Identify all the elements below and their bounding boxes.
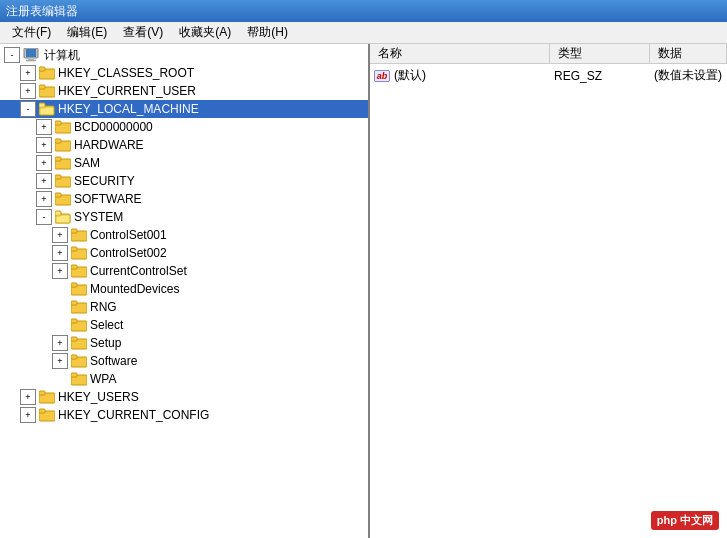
svg-rect-33	[71, 301, 77, 305]
folder-open-icon	[39, 102, 55, 116]
main-content: -计算机+HKEY_CLASSES_ROOT+HKEY_CURRENT_USER…	[0, 44, 727, 538]
tree-node-software[interactable]: +SOFTWARE	[0, 190, 368, 208]
watermark: php 中文网	[651, 511, 719, 530]
expander-spacer-select	[52, 317, 68, 333]
expander-hkcc[interactable]: +	[20, 407, 36, 423]
tree-node-wpa[interactable]: WPA	[0, 370, 368, 388]
svg-rect-29	[71, 265, 77, 269]
expander-spacer-rng	[52, 299, 68, 315]
tree-node-label-system: SYSTEM	[74, 210, 123, 224]
tree-node-rng[interactable]: RNG	[0, 298, 368, 316]
registry-value-type: REG_SZ	[554, 69, 654, 83]
tree-node-hkcr[interactable]: +HKEY_CLASSES_ROOT	[0, 64, 368, 82]
tree-node-setup[interactable]: +Setup	[0, 334, 368, 352]
folder-closed-icon	[71, 318, 87, 332]
col-header-name: 名称	[370, 44, 550, 63]
tree-node-system[interactable]: -SYSTEM	[0, 208, 368, 226]
menu-view[interactable]: 查看(V)	[115, 22, 171, 43]
expander-computer[interactable]: -	[4, 47, 20, 63]
svg-rect-1	[26, 49, 36, 57]
expander-spacer-wpa	[52, 371, 68, 387]
folder-closed-icon	[71, 228, 87, 242]
svg-rect-35	[71, 319, 77, 323]
tree-node-label-hkcc: HKEY_CURRENT_CONFIG	[58, 408, 209, 422]
tree-node-currentcontrolset[interactable]: +CurrentControlSet	[0, 262, 368, 280]
svg-rect-18	[55, 175, 61, 179]
svg-rect-39	[71, 355, 77, 359]
tree-node-sam[interactable]: +SAM	[0, 154, 368, 172]
tree-node-label-controlset001: ControlSet001	[90, 228, 167, 242]
tree-node-label-hkcr: HKEY_CLASSES_ROOT	[58, 66, 194, 80]
tree-node-bcd[interactable]: +BCD00000000	[0, 118, 368, 136]
expander-sam[interactable]: +	[36, 155, 52, 171]
svg-rect-12	[55, 121, 61, 125]
tree-node-label-controlset002: ControlSet002	[90, 246, 167, 260]
tree-node-hku[interactable]: +HKEY_USERS	[0, 388, 368, 406]
folder-closed-icon	[39, 408, 55, 422]
folder-closed-icon	[39, 66, 55, 80]
tree-node-label-hku: HKEY_USERS	[58, 390, 139, 404]
tree-node-label-select: Select	[90, 318, 123, 332]
expander-hardware[interactable]: +	[36, 137, 52, 153]
expander-hku[interactable]: +	[20, 389, 36, 405]
tree-panel[interactable]: -计算机+HKEY_CLASSES_ROOT+HKEY_CURRENT_USER…	[0, 44, 370, 538]
tree-node-label-security: SECURITY	[74, 174, 135, 188]
svg-rect-5	[39, 67, 45, 71]
folder-closed-icon	[39, 390, 55, 404]
tree-node-hkcc[interactable]: +HKEY_CURRENT_CONFIG	[0, 406, 368, 424]
folder-closed-icon	[39, 84, 55, 98]
tree-node-label-mounteddevices: MountedDevices	[90, 282, 179, 296]
tree-node-label-softwaresub: Software	[90, 354, 137, 368]
svg-rect-14	[55, 139, 61, 143]
tree-node-hklm[interactable]: -HKEY_LOCAL_MACHINE	[0, 100, 368, 118]
menu-help[interactable]: 帮助(H)	[239, 22, 296, 43]
registry-values-body: ab(默认)REG_SZ(数值未设置)	[370, 64, 727, 538]
tree-node-controlset001[interactable]: +ControlSet001	[0, 226, 368, 244]
svg-rect-37	[71, 337, 77, 341]
menu-file[interactable]: 文件(F)	[4, 22, 59, 43]
tree-node-label-bcd: BCD00000000	[74, 120, 153, 134]
menu-edit[interactable]: 编辑(E)	[59, 22, 115, 43]
registry-row-0[interactable]: ab(默认)REG_SZ(数值未设置)	[370, 66, 727, 85]
expander-currentcontrolset[interactable]: +	[52, 263, 68, 279]
expander-spacer-mounteddevices	[52, 281, 68, 297]
svg-rect-23	[56, 215, 70, 223]
expander-controlset002[interactable]: +	[52, 245, 68, 261]
expander-software[interactable]: +	[36, 191, 52, 207]
folder-closed-icon	[71, 264, 87, 278]
registry-value-icon: ab	[370, 70, 394, 82]
folder-closed-icon	[55, 192, 71, 206]
computer-icon	[23, 48, 41, 62]
tree-node-label-hklm: HKEY_LOCAL_MACHINE	[58, 102, 199, 116]
expander-softwaresub[interactable]: +	[52, 353, 68, 369]
title-text: 注册表编辑器	[6, 3, 78, 20]
tree-node-hardware[interactable]: +HARDWARE	[0, 136, 368, 154]
tree-node-softwaresub[interactable]: +Software	[0, 352, 368, 370]
folder-closed-icon	[71, 336, 87, 350]
tree-node-select[interactable]: Select	[0, 316, 368, 334]
folder-closed-icon	[71, 354, 87, 368]
folder-closed-icon	[55, 174, 71, 188]
folder-closed-icon	[55, 120, 71, 134]
registry-value-name: (默认)	[394, 67, 554, 84]
expander-hkcr[interactable]: +	[20, 65, 36, 81]
expander-setup[interactable]: +	[52, 335, 68, 351]
expander-bcd[interactable]: +	[36, 119, 52, 135]
col-header-type: 类型	[550, 44, 650, 63]
expander-hklm[interactable]: -	[20, 101, 36, 117]
expander-security[interactable]: +	[36, 173, 52, 189]
column-headers: 名称 类型 数据	[370, 44, 727, 64]
tree-node-controlset002[interactable]: +ControlSet002	[0, 244, 368, 262]
folder-closed-icon	[55, 156, 71, 170]
menu-bar: 文件(F) 编辑(E) 查看(V) 收藏夹(A) 帮助(H)	[0, 22, 727, 44]
tree-node-hkcu[interactable]: +HKEY_CURRENT_USER	[0, 82, 368, 100]
tree-node-mounteddevices[interactable]: MountedDevices	[0, 280, 368, 298]
tree-node-security[interactable]: +SECURITY	[0, 172, 368, 190]
folder-open-icon	[55, 210, 71, 224]
registry-value-data: (数值未设置)	[654, 67, 727, 84]
expander-hkcu[interactable]: +	[20, 83, 36, 99]
expander-controlset001[interactable]: +	[52, 227, 68, 243]
menu-favorites[interactable]: 收藏夹(A)	[171, 22, 239, 43]
tree-node-computer[interactable]: -计算机	[0, 46, 368, 64]
expander-system[interactable]: -	[36, 209, 52, 225]
